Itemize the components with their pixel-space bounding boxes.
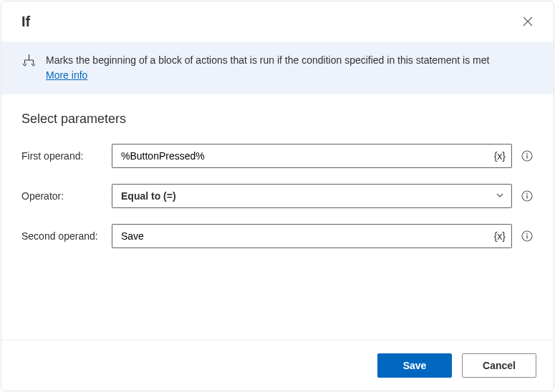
svg-point-7 [526,233,528,235]
second-operand-info[interactable] [521,230,534,242]
second-operand-label: Second operand: [21,230,112,242]
first-operand-label: First operand: [21,150,112,162]
close-icon [523,16,533,26]
svg-rect-2 [526,155,527,159]
operator-select[interactable]: Equal to (=) [112,184,512,208]
svg-point-4 [526,193,528,195]
dialog-title: If [21,14,30,30]
branch-icon [21,53,36,83]
dialog-footer: Save Cancel [1,340,554,391]
svg-point-1 [526,153,528,155]
first-operand-info[interactable] [521,150,534,162]
banner-description: Marks the beginning of a block of action… [46,54,489,66]
row-operator: Operator: Equal to (=) [21,184,534,208]
info-icon [521,190,533,202]
info-banner: Marks the beginning of a block of action… [1,41,554,94]
chevron-down-icon [496,190,504,202]
first-operand-field[interactable]: {x} [112,144,512,168]
row-first-operand: First operand: {x} [21,144,534,168]
operator-label: Operator: [21,190,112,202]
save-button[interactable]: Save [377,353,452,378]
info-icon [521,150,533,162]
info-icon [521,230,533,242]
more-info-link[interactable]: More info [46,69,87,81]
operator-value: Equal to (=) [121,190,176,202]
dialog-body: Select parameters First operand: {x} Ope… [1,94,554,340]
second-operand-field[interactable]: {x} [112,224,512,248]
row-second-operand: Second operand: {x} [21,224,534,248]
variable-picker-icon[interactable]: {x} [494,230,506,242]
close-button[interactable] [518,11,538,31]
operator-info[interactable] [521,190,534,202]
dialog-header: If [1,1,554,41]
svg-rect-5 [526,195,527,199]
section-title: Select parameters [21,112,534,127]
variable-picker-icon[interactable]: {x} [494,150,506,162]
svg-rect-8 [526,235,527,239]
if-action-dialog: If Marks the beginning of a block of act… [1,1,554,391]
second-operand-input[interactable] [112,225,511,248]
cancel-button[interactable]: Cancel [462,353,536,378]
first-operand-input[interactable] [112,144,511,167]
banner-text: Marks the beginning of a block of action… [46,53,534,83]
